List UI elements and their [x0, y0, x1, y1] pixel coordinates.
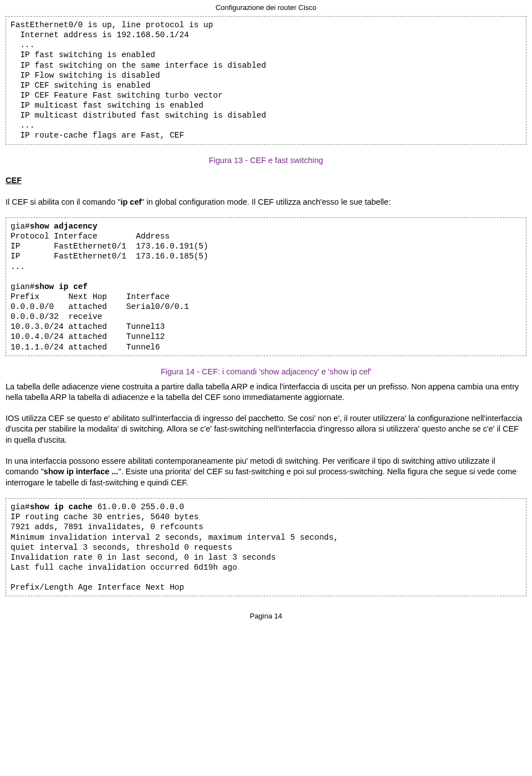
- code-block-3: gia#show ip cache 61.0.0.0 255.0.0.0 IP …: [6, 498, 526, 596]
- code-line: IP fast switching is enabled: [11, 50, 155, 59]
- code-line: ...: [11, 40, 35, 49]
- header-title: Configurazione dei router Cisco: [216, 3, 316, 12]
- command-show-ip-interface: show ip interface ...: [44, 467, 119, 476]
- code-line: Prefix/Length Age Interface Next Hop: [11, 583, 184, 592]
- code-line: quiet interval 3 seconds, threshold 0 re…: [11, 543, 232, 552]
- code-line: IP multicast distributed fast switching …: [11, 111, 266, 120]
- code-prompt: gia#: [11, 503, 30, 511]
- command-ip-cef: ip cef: [120, 197, 141, 206]
- text: Il CEF si abilita con il comando ": [6, 197, 120, 206]
- code-block-2: gia#show adjacency Protocol Interface Ad…: [6, 217, 526, 356]
- code-line: IP FastEthernet0/1 173.16.0.185(5): [11, 252, 208, 261]
- paragraph-2: La tabella delle adiacenze viene costrui…: [6, 382, 526, 403]
- code-line: IP multicast fast switching is enabled: [11, 101, 203, 110]
- code-line: 10.1.1.0/24 attached Tunnel6: [11, 343, 160, 352]
- text: " in global configuration mode. Il CEF u…: [141, 197, 391, 206]
- paragraph-4: In una interfaccia possono essere abilit…: [6, 456, 526, 489]
- code-line: Minimum invalidation interval 2 seconds,…: [11, 533, 339, 542]
- code-line: IP Flow switching is disabled: [11, 71, 160, 80]
- section-title-cef: CEF: [6, 176, 526, 185]
- code-line: Prefix Next Hop Interface: [11, 292, 170, 301]
- code-line: 0.0.0.0/32 receive: [11, 312, 102, 321]
- code-command: show ip cache: [30, 503, 93, 511]
- page-header: Configurazione dei router Cisco: [0, 0, 532, 14]
- page-number: Pagina 14: [250, 612, 283, 620]
- code-line: Invalidation rate 0 in last second, 0 in…: [11, 553, 276, 562]
- code-line: IP routing cache 30 entries, 5640 bytes: [11, 513, 198, 521]
- paragraph-1: Il CEF si abilita con il comando "ip cef…: [6, 197, 526, 208]
- code-line: IP CEF switching is enabled: [11, 81, 150, 90]
- page-footer: Pagina 14: [0, 602, 532, 625]
- code-line: 0.0.0.0/0 attached Serial0/0/0.1: [11, 302, 189, 311]
- code-args: 61.0.0.0 255.0.0.0: [93, 503, 184, 511]
- code-line: IP CEF Feature Fast switching turbo vect…: [11, 91, 223, 100]
- code-command: show ip cef: [35, 282, 88, 291]
- code-line: 10.0.3.0/24 attached Tunnel13: [11, 322, 165, 331]
- figure-caption-14: Figura 14 - CEF: i comandi 'show adjacen…: [6, 367, 526, 376]
- content-area: FastEthernet0/0 is up, line protocol is …: [0, 16, 532, 596]
- code-line: ...: [11, 121, 35, 130]
- code-line: Protocol Interface Address: [11, 232, 170, 241]
- code-line: FastEthernet0/0 is up, line protocol is …: [11, 21, 213, 29]
- code-line: IP fast switching on the same interface …: [11, 61, 266, 70]
- code-line: 7921 adds, 7891 invalidates, 0 refcounts: [11, 523, 203, 531]
- paragraph-3: IOS utilizza CEF se questo e' abilitato …: [6, 413, 526, 446]
- code-line: ...: [11, 262, 25, 271]
- code-block-1: FastEthernet0/0 is up, line protocol is …: [6, 16, 526, 145]
- code-line: IP FastEthernet0/1 173.16.0.191(5): [11, 242, 208, 251]
- code-line: IP route-cache flags are Fast, CEF: [11, 131, 184, 140]
- code-line: 10.0.4.0/24 attached Tunnel12: [11, 332, 165, 341]
- code-prompt: gia#: [11, 222, 30, 231]
- figure-caption-13: Figura 13 - CEF e fast switching: [6, 156, 526, 165]
- code-line: Internet address is 192.168.50.1/24: [11, 31, 189, 39]
- code-line: Last full cache invalidation occurred 6d…: [11, 563, 237, 572]
- code-command: show adjacency: [30, 222, 98, 231]
- code-prompt: gian#: [11, 282, 35, 291]
